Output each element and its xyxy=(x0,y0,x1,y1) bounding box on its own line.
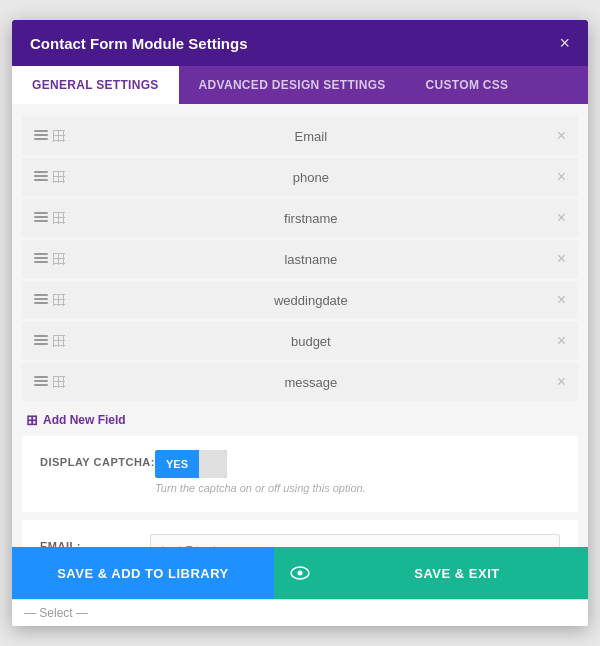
preview-button[interactable] xyxy=(274,547,326,599)
field-drag-icons xyxy=(34,212,65,224)
field-drag-icons xyxy=(34,376,65,388)
modal-title: Contact Form Module Settings xyxy=(30,35,248,52)
remove-field-button[interactable]: × xyxy=(557,127,566,145)
field-drag-icons xyxy=(34,335,65,347)
remove-field-button[interactable]: × xyxy=(557,250,566,268)
drag-icon xyxy=(34,335,48,345)
modal-container: Contact Form Module Settings × General S… xyxy=(12,20,588,626)
layout-icon xyxy=(53,335,65,347)
save-exit-button[interactable]: Save & Exit xyxy=(326,547,588,599)
field-drag-icons xyxy=(34,171,65,183)
field-drag-icons xyxy=(34,253,65,265)
layout-icon xyxy=(53,171,65,183)
drag-icon xyxy=(34,376,48,386)
captcha-toggle[interactable]: YES xyxy=(155,450,227,478)
remove-field-button[interactable]: × xyxy=(557,332,566,350)
fields-list: Email × phone × firstname × xyxy=(12,117,588,401)
bottom-bar: — Select — xyxy=(12,599,588,626)
layout-icon xyxy=(53,376,65,388)
tab-custom-css[interactable]: Custom CSS xyxy=(406,66,529,104)
layout-icon xyxy=(53,253,65,265)
remove-field-button[interactable]: × xyxy=(557,291,566,309)
email-label: EMAIL: xyxy=(40,534,150,547)
captcha-setting-row: DISPLAY CAPTCHA: YES Turn the captcha on… xyxy=(40,450,560,494)
captcha-control: YES Turn the captcha on or off using thi… xyxy=(155,450,560,494)
modal-header: Contact Form Module Settings × xyxy=(12,20,588,66)
field-label: message xyxy=(75,375,547,390)
toggle-container: YES xyxy=(155,450,560,478)
captcha-setting-section: DISPLAY CAPTCHA: YES Turn the captcha on… xyxy=(22,436,578,512)
field-row-email: Email × xyxy=(22,117,578,155)
drag-icon xyxy=(34,212,48,222)
close-button[interactable]: × xyxy=(559,34,570,52)
add-field-label: Add New Field xyxy=(43,413,126,427)
modal-footer: Save & Add To Library Save & Exit xyxy=(12,547,588,599)
captcha-hint: Turn the captcha on or off using this op… xyxy=(155,482,560,494)
tabs-bar: General Settings Advanced Design Setting… xyxy=(12,66,588,104)
add-icon: ⊞ xyxy=(26,412,38,428)
toggle-yes-option[interactable]: YES xyxy=(155,450,199,478)
drag-icon xyxy=(34,171,48,181)
toggle-no-option[interactable] xyxy=(199,450,227,478)
tab-advanced-design[interactable]: Advanced Design Settings xyxy=(179,66,406,104)
add-new-field-button[interactable]: ⊞ Add New Field xyxy=(12,404,588,436)
layout-icon xyxy=(53,212,65,224)
field-label: firstname xyxy=(75,211,547,226)
field-row-budget: budget × xyxy=(22,322,578,360)
field-drag-icons xyxy=(34,294,65,306)
eye-icon xyxy=(290,566,310,580)
drag-icon xyxy=(34,130,48,140)
layout-icon xyxy=(53,294,65,306)
remove-field-button[interactable]: × xyxy=(557,168,566,186)
svg-point-1 xyxy=(298,571,303,576)
email-setting-section: EMAIL: Input the email address where mes… xyxy=(22,520,578,547)
field-label: budget xyxy=(75,334,547,349)
field-drag-icons xyxy=(34,130,65,142)
field-label: lastname xyxy=(75,252,547,267)
field-row-firstname: firstname × xyxy=(22,199,578,237)
remove-field-button[interactable]: × xyxy=(557,373,566,391)
drag-icon xyxy=(34,294,48,304)
modal-body: Email × phone × firstname × xyxy=(12,104,588,547)
remove-field-button[interactable]: × xyxy=(557,209,566,227)
field-label: phone xyxy=(75,170,547,185)
field-label: weddingdate xyxy=(75,293,547,308)
field-row-phone: phone × xyxy=(22,158,578,196)
field-label: Email xyxy=(75,129,547,144)
drag-icon xyxy=(34,253,48,263)
captcha-label: DISPLAY CAPTCHA: xyxy=(40,450,155,468)
field-row-message: message × xyxy=(22,363,578,401)
save-add-to-library-button[interactable]: Save & Add To Library xyxy=(12,547,274,599)
email-control: Input the email address where messages s… xyxy=(150,534,560,547)
email-input[interactable] xyxy=(150,534,560,547)
tab-general[interactable]: General Settings xyxy=(12,66,179,104)
layout-icon xyxy=(53,130,65,142)
field-row-weddingdate: weddingdate × xyxy=(22,281,578,319)
field-row-lastname: lastname × xyxy=(22,240,578,278)
email-setting-row: EMAIL: Input the email address where mes… xyxy=(40,534,560,547)
bottom-select-label: — Select — xyxy=(24,606,88,620)
